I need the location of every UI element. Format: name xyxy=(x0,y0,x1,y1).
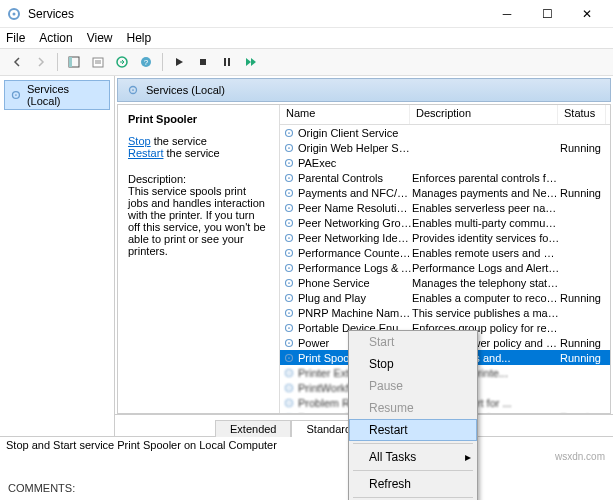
services-icon xyxy=(9,88,23,102)
back-button[interactable] xyxy=(6,51,28,73)
service-icon xyxy=(282,381,296,395)
help-button[interactable]: ? xyxy=(135,51,157,73)
export-list-button[interactable] xyxy=(111,51,133,73)
ctx-pause: Pause xyxy=(349,375,477,397)
service-row[interactable]: PAExec xyxy=(280,155,610,170)
ctx-all-tasks[interactable]: All Tasks▸ xyxy=(349,446,477,468)
restart-service-link-row: Restart the service xyxy=(128,147,269,159)
pause-service-button[interactable] xyxy=(216,51,238,73)
service-row[interactable]: Origin Web Helper ServiceRunning xyxy=(280,140,610,155)
service-icon xyxy=(282,321,296,335)
svg-point-21 xyxy=(288,132,290,134)
service-icon xyxy=(282,186,296,200)
restart-service-button[interactable] xyxy=(240,51,262,73)
service-status-cell: Running xyxy=(560,142,608,154)
service-icon xyxy=(282,351,296,365)
svg-text:?: ? xyxy=(144,58,149,67)
service-desc-cell: Performance Logs and Alerts Col... xyxy=(412,262,560,274)
app-icon xyxy=(6,6,22,22)
services-icon xyxy=(126,83,140,97)
restart-link[interactable]: Restart xyxy=(128,147,163,159)
menu-help[interactable]: Help xyxy=(127,31,152,45)
svg-point-39 xyxy=(288,267,290,269)
service-icon xyxy=(282,366,296,380)
service-desc-cell: Enables multi-party communicat... xyxy=(412,217,560,229)
show-hide-button[interactable] xyxy=(63,51,85,73)
panel-header-label: Services (Local) xyxy=(146,84,225,96)
properties-button[interactable] xyxy=(87,51,109,73)
service-row[interactable]: Payments and NFC/SE Man...Manages paymen… xyxy=(280,185,610,200)
svg-point-27 xyxy=(288,177,290,179)
svg-point-25 xyxy=(288,162,290,164)
service-row[interactable]: Peer Networking Identity M...Provides id… xyxy=(280,230,610,245)
svg-point-57 xyxy=(288,402,290,404)
stop-service-button[interactable] xyxy=(192,51,214,73)
watermark: wsxdn.com xyxy=(555,451,605,462)
maximize-button[interactable]: ☐ xyxy=(527,1,567,27)
service-desc-cell: Enables serverless peer name res... xyxy=(412,202,560,214)
start-service-button[interactable] xyxy=(168,51,190,73)
service-row[interactable]: Performance Counter DLL ...Enables remot… xyxy=(280,245,610,260)
service-icon xyxy=(282,246,296,260)
menu-view[interactable]: View xyxy=(87,31,113,45)
tree-root-label: Services (Local) xyxy=(27,83,105,107)
service-name-cell: Peer Networking Identity M... xyxy=(298,232,412,244)
tree-root-services-local[interactable]: Services (Local) xyxy=(4,80,110,110)
stop-service-link-row: Stop the service xyxy=(128,135,269,147)
stop-link[interactable]: Stop xyxy=(128,135,151,147)
status-bar: Stop and Start service Print Spooler on … xyxy=(0,436,613,456)
service-icon xyxy=(282,216,296,230)
description-header: Description: xyxy=(128,173,269,185)
ctx-refresh[interactable]: Refresh xyxy=(349,473,477,495)
submenu-arrow-icon: ▸ xyxy=(465,450,471,464)
svg-point-45 xyxy=(288,312,290,314)
tab-extended[interactable]: Extended xyxy=(215,420,291,437)
ctx-separator xyxy=(353,470,473,471)
forward-button[interactable] xyxy=(30,51,52,73)
service-row[interactable]: Origin Client Service xyxy=(280,125,610,140)
service-icon xyxy=(282,141,296,155)
svg-point-49 xyxy=(288,342,290,344)
panel-header: Services (Local) xyxy=(117,78,611,102)
ctx-restart[interactable]: Restart xyxy=(349,419,477,441)
svg-point-53 xyxy=(288,372,290,374)
svg-rect-11 xyxy=(200,59,206,65)
service-status-cell: Running xyxy=(560,292,608,304)
menu-action[interactable]: Action xyxy=(39,31,72,45)
svg-marker-14 xyxy=(246,58,251,66)
column-name[interactable]: Name xyxy=(280,105,410,124)
svg-point-43 xyxy=(288,297,290,299)
service-name-cell: Peer Networking Grouping xyxy=(298,217,412,229)
service-row[interactable]: Parental ControlsEnforces parental contr… xyxy=(280,170,610,185)
column-description[interactable]: Description xyxy=(410,105,558,124)
close-button[interactable]: ✕ xyxy=(567,1,607,27)
service-name-cell: Origin Client Service xyxy=(298,127,412,139)
service-status-cell: Running xyxy=(560,337,608,349)
service-desc-cell: Enforces parental controls for chi... xyxy=(412,172,560,184)
service-row[interactable]: Phone ServiceManages the telephony state… xyxy=(280,275,610,290)
menu-file[interactable]: File xyxy=(6,31,25,45)
svg-point-19 xyxy=(132,89,134,91)
column-status[interactable]: Status xyxy=(558,105,606,124)
service-status-cell: Running xyxy=(560,352,608,364)
ctx-stop[interactable]: Stop xyxy=(349,353,477,375)
svg-point-51 xyxy=(288,357,290,359)
service-row[interactable]: Peer Networking GroupingEnables multi-pa… xyxy=(280,215,610,230)
service-name-cell: PAExec xyxy=(298,157,412,169)
tree-panel: Services (Local) xyxy=(0,76,115,436)
service-row[interactable]: Peer Name Resolution Prot...Enables serv… xyxy=(280,200,610,215)
service-icon xyxy=(282,156,296,170)
service-row[interactable]: PNRP Machine Name Publi...This service p… xyxy=(280,305,610,320)
service-row[interactable]: Performance Logs & AlertsPerformance Log… xyxy=(280,260,610,275)
service-row[interactable]: Plug and PlayEnables a computer to recog… xyxy=(280,290,610,305)
detail-pane: Print Spooler Stop the service Restart t… xyxy=(118,105,280,413)
svg-point-31 xyxy=(288,207,290,209)
ctx-resume: Resume xyxy=(349,397,477,419)
service-desc-cell: Enables a computer to recognize ... xyxy=(412,292,560,304)
minimize-button[interactable]: ─ xyxy=(487,1,527,27)
service-desc-cell: Manages the telephony state on ... xyxy=(412,277,560,289)
window-title: Services xyxy=(28,7,487,21)
ctx-separator xyxy=(353,443,473,444)
service-name-cell: Peer Name Resolution Prot... xyxy=(298,202,412,214)
service-icon xyxy=(282,336,296,350)
